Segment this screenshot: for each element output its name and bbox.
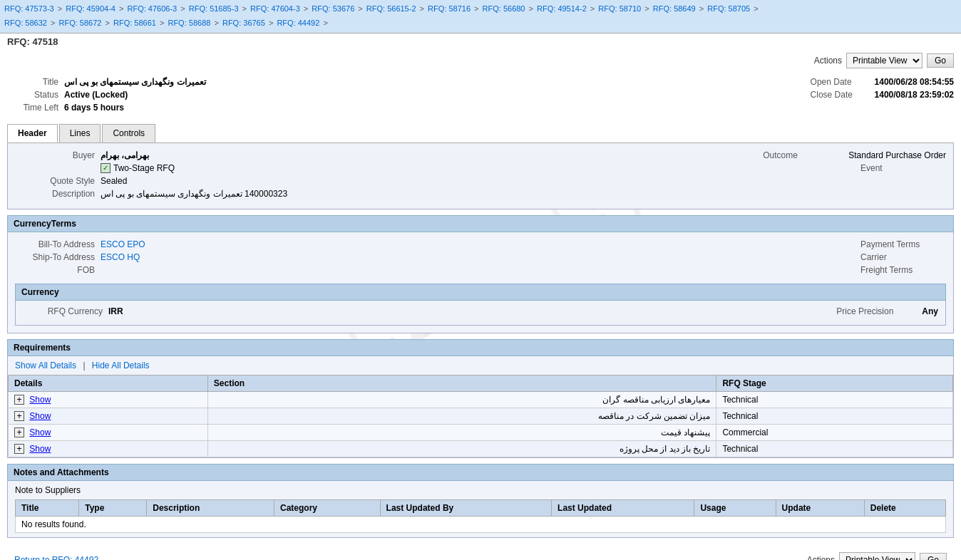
bill-to-label: Bill-To Address [15,239,101,249]
breadcrumb-link[interactable]: RFQ: 56615-2 [366,4,416,13]
bottom-actions-label: Actions [807,555,835,560]
notes-panel: Note to Suppliers Title Type Description… [7,481,954,538]
carrier-label: Carrier [860,252,946,262]
row-rfq-stage: Technical [716,408,953,424]
plus-icon[interactable]: + [14,427,24,437]
page-title: RFQ: 47518 [0,33,961,50]
return-bar: Return to RFQ: 44492 Actions Printable V… [7,545,954,560]
row-details: + Show [9,408,208,424]
breadcrumb-link[interactable]: RFQ: 56680 [483,4,525,13]
title-label: Title [7,77,64,87]
show-all-link[interactable]: Show All Details [15,361,76,370]
breadcrumb-link[interactable]: RFQ: 51685-3 [189,4,239,13]
breadcrumb-link[interactable]: RFQ: 58705 [707,4,750,13]
bill-to-value: ESCO EPO [101,239,145,249]
row-section: معیارهای ارزیابی مناقصه گران [207,391,716,408]
quote-style-value: Sealed [101,176,127,186]
return-link[interactable]: Return to RFQ: 44492 [14,555,98,560]
printable-view-select[interactable]: Printable View [846,53,923,68]
breadcrumb-link[interactable]: RFQ: 58716 [428,4,471,13]
breadcrumb-link[interactable]: RFQ: 36765 [222,19,265,27]
hide-all-link[interactable]: Hide All Details [92,361,150,370]
time-left-label: Time Left [7,103,64,113]
ship-to-label: Ship-To Address [15,252,101,262]
bill-to-link[interactable]: ESCO EPO [101,239,145,249]
breadcrumb-link[interactable]: RFQ: 47604-3 [250,4,300,13]
breadcrumb-link[interactable]: RFQ: 53676 [312,4,354,13]
ship-to-value: ESCO HQ [101,252,140,262]
time-left-value: 6 days 5 hours [64,103,124,113]
breadcrumb-link[interactable]: RFQ: 58649 [653,4,696,13]
header-info-section: Title تعمیرات ونگهداری سیستمهای بو پی اس… [7,71,954,121]
breadcrumb-link[interactable]: RFQ: 47573-3 [4,4,54,13]
show-link[interactable]: Show [29,444,51,454]
tab-lines[interactable]: Lines [59,124,101,142]
plus-icon[interactable]: + [14,411,24,421]
two-stage-row: ✓ Two-Stage RFQ [101,163,175,173]
top-action-bar: Actions Printable View Go [0,50,961,71]
fob-label: FOB [15,265,101,275]
table-row: + Show میزان تضمین شرکت در مناقصه Techni… [9,408,953,424]
title-value: تعمیرات ونگهداری سیستمهای بو پی اس [64,77,206,87]
breadcrumb-link[interactable]: RFQ: 47606-3 [128,4,178,13]
status-label: Status [7,90,64,100]
row-rfq-stage: Commercial [716,424,953,440]
row-rfq-stage: Technical [716,440,953,457]
breadcrumb-link[interactable]: RFQ: 58661 [113,19,156,27]
show-link[interactable]: Show [29,395,51,405]
table-row: + Show پیشنهاد قیمت Commercial [9,424,953,440]
go-button[interactable]: Go [927,53,954,68]
plus-icon[interactable]: + [14,444,24,454]
note-to-suppliers: Note to Suppliers [15,485,946,495]
bottom-printable-view-select[interactable]: Printable View [839,552,915,560]
plus-icon[interactable]: + [14,395,24,405]
breadcrumb-link[interactable]: RFQ: 58632 [4,19,47,27]
tab-controls[interactable]: Controls [102,124,155,142]
event-label: Event [860,163,946,173]
breadcrumb-link[interactable]: RFQ: 58710 [598,4,641,13]
ship-to-link[interactable]: ESCO HQ [101,252,140,262]
buyer-label: Buyer [15,150,101,160]
breadcrumb-link[interactable]: RFQ: 58688 [168,19,210,27]
row-details: + Show [9,440,208,457]
outcome-label: Outcome [763,150,848,160]
close-date-value: 1400/08/18 23:59:02 [875,90,954,100]
requirements-panel: Show All Details | Hide All Details Deta… [7,356,954,458]
rfq-currency-value: IRR [108,306,123,316]
row-section: پیشنهاد قیمت [207,424,716,440]
col-delete: Delete [864,499,945,516]
freight-terms-label: Freight Terms [860,265,946,275]
breadcrumb-link[interactable]: RFQ: 45904-4 [66,4,115,13]
buyer-value: بهرامی، بهرام [101,150,149,160]
show-link[interactable]: Show [29,427,51,437]
row-details: + Show [9,391,208,408]
col-last-updated: Last Updated [552,499,694,516]
requirements-section-header: Requirements [7,339,954,356]
col-usage: Usage [694,499,776,516]
status-value: Active (Locked) [64,90,128,100]
open-date-value: 1400/06/28 08:54:55 [875,77,954,87]
col-description: Description [147,499,274,516]
breadcrumb-bar: RFQ: 47573-3 > RFQ: 45904-4 > RFQ: 47606… [0,0,961,33]
price-precision-value: Any [922,306,938,316]
breadcrumb-link[interactable]: RFQ: 58672 [58,19,101,27]
open-date-label: Open Date [811,77,875,87]
breadcrumb-link[interactable]: RFQ: 44492 [277,19,319,27]
description-label: Description [15,189,101,199]
header-panel: Buyer بهرامی، بهرام ✓ Two-Stage RFQ Quot… [7,143,954,209]
two-stage-checkbox: ✓ [101,163,111,173]
notes-section-header: Notes and Attachments [7,464,954,481]
currency-section-header: Currency [15,284,946,301]
show-link[interactable]: Show [29,411,51,421]
quote-style-label: Quote Style [15,176,101,186]
close-date-label: Close Date [811,90,875,100]
tabs: Header Lines Controls [7,124,954,143]
payment-terms-label: Payment Terms [860,239,946,249]
row-section: تاریخ باز دید از محل پروژه [207,440,716,457]
breadcrumb-link[interactable]: RFQ: 49514-2 [537,4,587,13]
terms-panel: Bill-To Address ESCO EPO Ship-To Address… [7,232,954,333]
tab-header[interactable]: Header [7,124,58,142]
col-type: Type [79,499,147,516]
bottom-go-button[interactable]: Go [920,553,947,560]
no-results-row: No results found. [16,516,946,532]
